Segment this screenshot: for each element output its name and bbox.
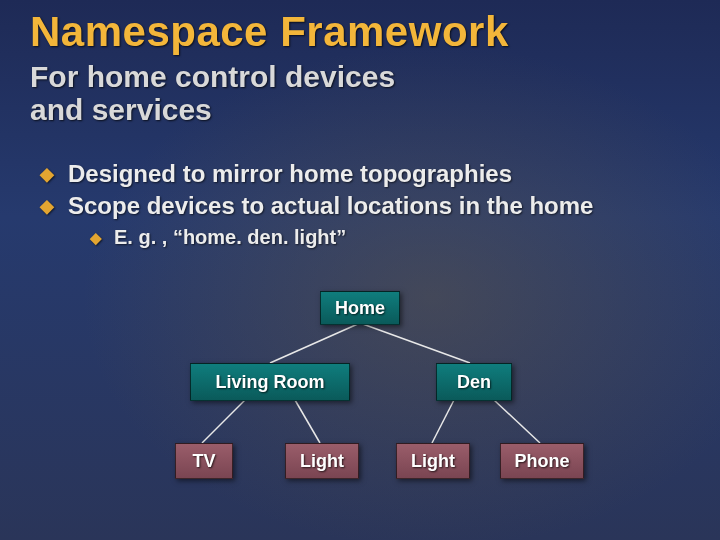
tree-diagram: Home Living Room Den TV Light Light Phon…	[0, 285, 720, 525]
node-phone: Phone	[500, 443, 584, 479]
node-light-den: Light	[396, 443, 470, 479]
node-den: Den	[436, 363, 512, 401]
node-living-room: Living Room	[190, 363, 350, 401]
slide-subtitle: For home control devices and services	[30, 60, 395, 126]
bullet-item-2: ◆ Scope devices to actual locations in t…	[40, 192, 690, 220]
bullet-item-1: ◆ Designed to mirror home topographies	[40, 160, 690, 188]
subtitle-line-2: and services	[30, 93, 395, 126]
node-light-living-room: Light	[285, 443, 359, 479]
svg-line-5	[494, 400, 540, 443]
subtitle-line-1: For home control devices	[30, 60, 395, 93]
bullet-list: ◆ Designed to mirror home topographies ◆…	[40, 160, 690, 250]
slide-title: Namespace Framework	[30, 8, 509, 56]
bullet-text: Designed to mirror home topographies	[68, 160, 512, 188]
slide: Namespace Framework For home control dev…	[0, 0, 720, 540]
svg-line-1	[360, 323, 470, 363]
sub-bullet-item-1: ◆ E. g. , “home. den. light”	[90, 226, 690, 250]
diamond-bullet-icon: ◆	[90, 226, 102, 250]
node-home: Home	[320, 291, 400, 325]
diamond-bullet-icon: ◆	[40, 192, 54, 220]
svg-line-0	[270, 323, 360, 363]
diamond-bullet-icon: ◆	[40, 160, 54, 188]
node-tv: TV	[175, 443, 233, 479]
svg-line-3	[295, 400, 320, 443]
sub-bullet-text: E. g. , “home. den. light”	[114, 226, 346, 249]
svg-line-4	[432, 400, 454, 443]
svg-line-2	[202, 400, 245, 443]
bullet-text: Scope devices to actual locations in the…	[68, 192, 593, 220]
